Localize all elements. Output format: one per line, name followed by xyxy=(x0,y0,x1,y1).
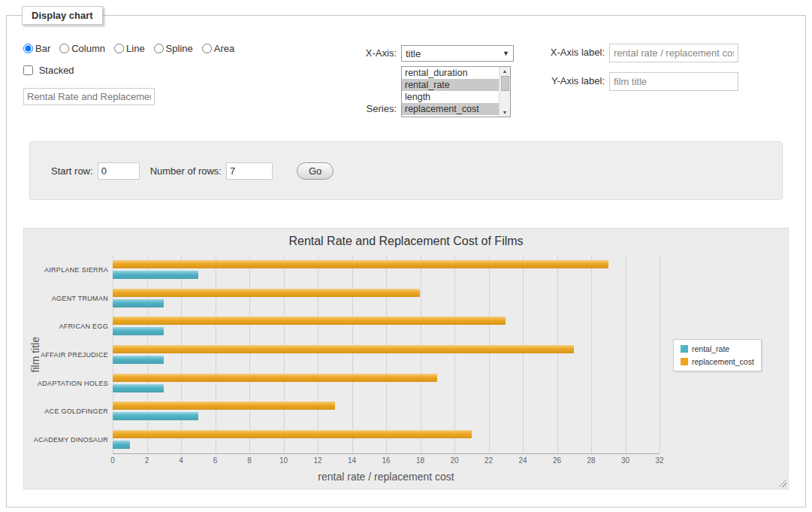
chart-type-radio-text: Column xyxy=(71,43,105,54)
x-tick-label: 32 xyxy=(655,456,663,465)
bar-replacement_cost xyxy=(113,345,574,353)
x-tick-label: 12 xyxy=(313,456,321,465)
series-options: rental_durationrental_ratelengthreplacem… xyxy=(402,67,499,115)
series-option-replacement_cost[interactable]: replacement_cost xyxy=(402,103,499,115)
stacked-label: Stacked xyxy=(39,65,74,76)
stacked-row: Stacked xyxy=(23,65,243,76)
bar-rental_rate xyxy=(113,299,164,308)
resize-handle[interactable] xyxy=(777,477,786,487)
chart-controls: BarColumnLineSplineArea Stacked X-Axis: … xyxy=(7,16,805,141)
legend-label: replacement_cost xyxy=(692,357,754,366)
series-select-label: Series: xyxy=(343,101,397,117)
series-option-length[interactable]: length xyxy=(402,91,499,103)
chart-type-option-area[interactable]: Area xyxy=(202,43,234,54)
x-tick-label: 4 xyxy=(179,456,183,465)
y-axis-title-text: film title xyxy=(29,337,41,372)
bar-rental_rate xyxy=(113,412,198,420)
chart-type-radio-text: Line xyxy=(126,43,145,54)
bar-rental_rate xyxy=(113,356,164,364)
chart-type-option-bar[interactable]: Bar xyxy=(23,43,50,54)
x-tick-label: 8 xyxy=(247,456,252,465)
bar-rental_rate xyxy=(113,271,198,279)
chart-type-radio-line[interactable] xyxy=(114,44,124,53)
y-axis-label-input[interactable] xyxy=(609,72,738,91)
bar-rental_rate xyxy=(113,327,164,335)
bar-replacement_cost xyxy=(113,374,437,382)
chart-type-radio-text: Area xyxy=(214,43,234,54)
category-axis: AIRPLANE SIERRAAGENT TRUMANAFRICAN EGGAF… xyxy=(47,256,113,454)
x-tick-label: 30 xyxy=(621,456,629,465)
x-axis-select[interactable]: title ▼ xyxy=(401,45,514,62)
chart-title: Rental Rate and Replacement Cost of Film… xyxy=(24,235,788,248)
chart-body: film title AIRPLANE SIERRAAGENT TRUMANAF… xyxy=(24,256,788,454)
chart-type-radio-text: Spline xyxy=(166,43,193,54)
x-tick-label: 2 xyxy=(145,456,149,465)
x-tick-label: 26 xyxy=(553,456,561,465)
legend-area: rental_ratereplacement_cost xyxy=(660,256,788,454)
chart-title-input[interactable] xyxy=(23,88,155,105)
stacked-option[interactable]: Stacked xyxy=(23,65,74,76)
bar-replacement_cost xyxy=(113,317,506,325)
x-tick-label: 0 xyxy=(110,456,115,465)
chart-type-radio-column[interactable] xyxy=(59,44,69,53)
chart-container: Rental Rate and Replacement Cost of Film… xyxy=(23,228,789,489)
series-listbox-scrollbar[interactable]: ▲ ▼ xyxy=(499,67,510,117)
x-tick-label: 28 xyxy=(587,456,595,465)
series-listbox[interactable]: rental_durationrental_ratelengthreplacem… xyxy=(401,66,511,117)
x-axis-label-input[interactable] xyxy=(609,44,738,62)
scrollbar-thumb[interactable] xyxy=(501,76,509,91)
chart-type-radio-bar[interactable] xyxy=(23,44,33,53)
start-row-input[interactable] xyxy=(98,162,140,180)
bar-group xyxy=(113,256,660,284)
x-tick-label: 10 xyxy=(279,456,288,465)
number-of-rows-input[interactable] xyxy=(226,162,273,180)
bar-group xyxy=(113,368,660,397)
gridline xyxy=(660,256,660,453)
chart-type-radio-area[interactable] xyxy=(202,44,212,53)
plot-rows xyxy=(113,256,660,453)
x-tick-label: 22 xyxy=(484,456,493,465)
chart-type-option-column[interactable]: Column xyxy=(59,43,105,54)
legend-swatch xyxy=(681,358,688,365)
rows-panel: Start row: Number of rows: Go xyxy=(29,141,783,200)
scroll-up-icon[interactable]: ▲ xyxy=(503,67,508,75)
bar-group xyxy=(113,397,660,426)
legend-item-replacement_cost[interactable]: replacement_cost xyxy=(681,357,754,366)
chart-type-radio-spline[interactable] xyxy=(154,44,164,53)
category-label: AGENT TRUMAN xyxy=(47,284,113,313)
legend-label: rental_rate xyxy=(692,344,729,353)
number-of-rows-label: Number of rows: xyxy=(150,165,222,177)
scroll-down-icon[interactable]: ▼ xyxy=(503,108,508,117)
go-button[interactable]: Go xyxy=(297,162,334,180)
category-label: AFRICAN EGG xyxy=(47,312,113,341)
x-tick-label: 14 xyxy=(348,456,356,465)
stacked-checkbox[interactable] xyxy=(23,65,33,75)
bar-replacement_cost xyxy=(113,260,608,268)
x-tick-label: 20 xyxy=(450,456,458,465)
x-axis-selected-value: title xyxy=(406,48,421,59)
chart-type-radio-text: Bar xyxy=(35,43,50,54)
chart-type-column: BarColumnLineSplineArea Stacked xyxy=(23,43,243,105)
x-axis-select-label: X-Axis: xyxy=(343,45,397,62)
y-axis-label-label: Y-Axis label: xyxy=(533,72,605,91)
x-axis-label-label: X-Axis label: xyxy=(533,44,605,62)
bar-group xyxy=(113,312,660,341)
bar-group xyxy=(113,341,660,369)
bar-replacement_cost xyxy=(113,289,420,297)
series-option-rental_rate[interactable]: rental_rate xyxy=(402,79,499,91)
chart-type-radio-group: BarColumnLineSplineArea xyxy=(23,43,243,54)
series-option-rental_duration[interactable]: rental_duration xyxy=(402,67,499,79)
axis-labels-column: X-Axis label: Y-Axis label: xyxy=(533,44,738,95)
category-label: AFFAIR PREJUDICE xyxy=(47,341,113,369)
bar-group xyxy=(113,284,660,313)
display-chart-panel: Display chart BarColumnLineSplineArea St… xyxy=(6,15,806,507)
x-axis-ticks: 02468101214161820222426283032 xyxy=(113,454,660,465)
bar-rental_rate xyxy=(113,384,164,392)
chart-type-option-line[interactable]: Line xyxy=(114,43,145,54)
x-tick-label: 18 xyxy=(416,456,424,465)
legend-item-rental_rate[interactable]: rental_rate xyxy=(681,344,754,353)
chart-type-option-spline[interactable]: Spline xyxy=(154,43,193,54)
x-tick-label: 16 xyxy=(382,456,390,465)
category-label: ACADEMY DINOSAUR xyxy=(47,426,113,454)
x-tick-label: 24 xyxy=(518,456,527,465)
